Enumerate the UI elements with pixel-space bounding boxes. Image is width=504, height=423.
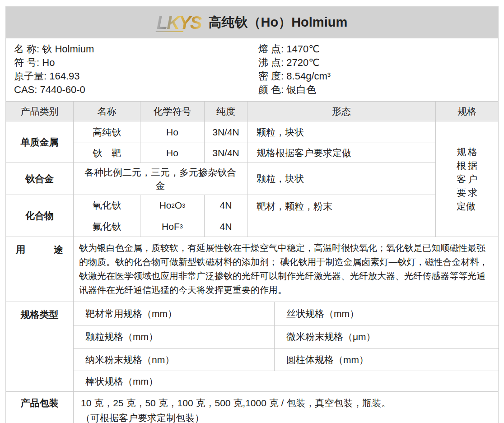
packaging-line2: （可根据客户要求定制包装） [81,410,492,423]
element-density: 密 度: 8.54g/cm³ [258,70,498,83]
spec-type-granule: 颗粒规格（mm） [74,325,275,349]
product-name-oxide: 氧化钬 [74,195,140,216]
spec-note-cell: 规格根据客户要求定做 [436,121,498,237]
product-name-target: 钬 靶 [74,143,140,163]
formula-fluoride-part1: HoF [162,221,180,232]
col-header-spec: 规格 [436,102,498,121]
packaging-label: 产品包装 [6,392,74,423]
col-header-purity: 纯度 [205,102,247,121]
product-purity-fluoride: 4N [205,216,247,237]
usage-text: 钬为银白色金属，质较软，有延展性钬在干燥空气中稳定，高温时很快氧化；氧化钬是已知… [74,237,498,302]
element-info-left: 名 称: 钬 Holmium 符 号: Ho 原子量: 164.93 CAS: … [6,42,250,97]
col-header-category: 产品类别 [6,102,74,121]
spec-types-label: 规格类型 [6,302,74,391]
product-name-pure: 高纯钬 [74,121,140,143]
col-header-symbol: 化学符号 [140,102,205,121]
formula-fluoride-sub1: 3 [180,223,183,230]
product-formula-oxide: Ho2O3 [140,195,205,216]
element-name: 名 称: 钬 Holmium [14,42,250,56]
col-header-form: 形态 [247,102,436,121]
product-formula-fluoride: HoF3 [140,216,205,237]
product-form-alloy: 颗粒，块状 [247,163,436,195]
product-table: 产品类别 名称 化学符号 纯度 形态 规格 单质金属 钬合金 化合物 高纯钬 H… [6,101,498,237]
brand-logo: LKYS [157,13,204,33]
product-name-fluoride: 氟化钬 [74,216,140,237]
formula-oxide-part2: O [175,200,182,211]
element-melting-point: 熔 点: 1470℃ [258,42,498,56]
spec-type-micron-powder: 微米粉末规格（μm） [275,325,499,349]
category-compound: 化合物 [6,195,74,237]
product-symbol-target: Ho [140,143,205,163]
product-purity-pure: 3N/4N [205,121,247,143]
product-purity-oxide: 4N [205,195,247,216]
product-form-target: 规格根据客户要求定做 [247,143,436,163]
formula-oxide-sub1: 2 [172,202,175,209]
packaging-row: 产品包装 10 克，25 克，50 克，100 克，500 克,1000 克 /… [6,391,498,423]
product-form-compound: 靶材，颗粒，粉末 [247,195,436,237]
spec-type-wire: 丝状规格（mm） [275,302,499,325]
col-header-name: 名称 [74,102,140,121]
content-frame: LKYS 高纯钬（Ho）Holmium 名 称: 钬 Holmium 符 号: … [5,6,499,423]
element-info-section: 名 称: 钬 Holmium 符 号: Ho 原子量: 164.93 CAS: … [6,38,498,101]
element-cas: CAS: 7440-60-0 [14,83,250,97]
title-bar: LKYS 高纯钬（Ho）Holmium [6,7,498,38]
brand-logo-text: LKYS [157,13,201,33]
formula-oxide-sub2: 3 [182,202,185,209]
spec-type-rod: 棒状规格（mm） [74,371,499,391]
packaging-line1: 10 克，25 克，50 克，100 克，500 克,1000 克 / 包装，真… [81,395,492,410]
element-symbol: 符 号: Ho [14,56,250,70]
product-symbol-pure: Ho [140,121,205,143]
usage-row: 用 途 钬为银白色金属，质较软，有延展性钬在干燥空气中稳定，高温时很快氧化；氧化… [6,237,498,302]
product-form-pure: 颗粒，块状 [247,121,436,143]
product-name-alloy: 各种比例二元，三元，多元掺杂钬合金 [74,163,247,195]
category-alloy: 钬合金 [6,163,74,195]
spec-type-nano-powder: 纳米粉末规格（nm） [74,349,275,371]
product-purity-target: 3N/4N [205,143,247,163]
spec-type-target: 靶材常用规格（mm） [74,302,275,325]
element-info-right: 熔 点: 1470℃ 沸 点: 2720℃ 密 度: 8.54g/cm³ 颜 色… [250,42,498,97]
packaging-body: 10 克，25 克，50 克，100 克，500 克,1000 克 / 包装，真… [74,392,498,423]
page-title: 高纯钬（Ho）Holmium [208,14,347,32]
spec-type-cylinder: 圆柱体规格（mm） [275,349,499,371]
product-sheet-page: LKYS 高纯钬（Ho）Holmium 名 称: 钬 Holmium 符 号: … [0,0,504,423]
usage-label: 用 途 [6,237,74,302]
category-pure-metal: 单质金属 [6,121,74,163]
spec-types-table: 规格类型 靶材常用规格（mm） 丝状规格（mm） 颗粒规格（mm） 微米粉末规格… [6,302,498,391]
formula-oxide-part1: Ho [159,200,172,211]
element-color: 颜 色: 银白色 [258,83,498,97]
spec-note-text: 规格根据客户要求定做 [457,145,477,213]
brand-logo-underline [155,31,183,32]
element-boiling-point: 沸 点: 2720℃ [258,56,498,70]
element-atomic-mass: 原子量: 164.93 [14,70,250,83]
